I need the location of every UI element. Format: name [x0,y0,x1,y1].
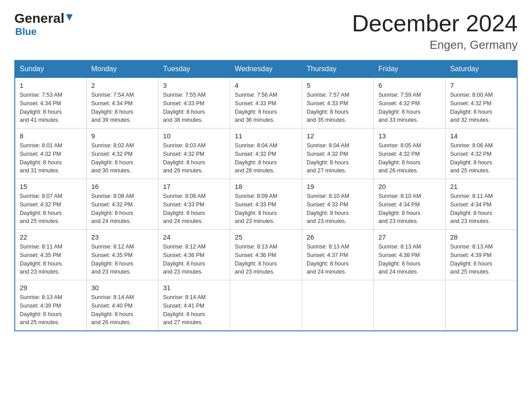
day-info: Sunrise: 8:14 AMSunset: 4:41 PMDaylight:… [163,294,206,325]
calendar-cell: 12 Sunrise: 8:04 AMSunset: 4:32 PMDaylig… [302,128,373,179]
day-number: 22 [20,233,82,241]
day-info: Sunrise: 7:53 AMSunset: 4:34 PMDaylight:… [20,92,62,123]
calendar-week-5: 29 Sunrise: 8:13 AMSunset: 4:39 PMDaylig… [15,280,517,331]
calendar-week-1: 1 Sunrise: 7:53 AMSunset: 4:34 PMDayligh… [15,78,517,128]
calendar-cell: 22 Sunrise: 8:11 AMSunset: 4:35 PMDaylig… [15,230,86,280]
calendar-week-4: 22 Sunrise: 8:11 AMSunset: 4:35 PMDaylig… [15,230,517,280]
day-number: 1 [20,81,82,89]
day-number: 2 [91,81,154,89]
calendar-cell: 6 Sunrise: 7:59 AMSunset: 4:32 PMDayligh… [373,78,445,128]
day-number: 27 [378,233,441,241]
day-number: 14 [450,132,512,140]
day-number: 3 [163,81,225,89]
day-number: 11 [235,132,297,140]
day-number: 20 [378,183,441,190]
day-number: 10 [163,132,225,140]
title-block: December 2024 Engen, Germany [352,11,518,52]
day-info: Sunrise: 8:12 AMSunset: 4:36 PMDaylight:… [163,244,206,275]
day-info: Sunrise: 8:08 AMSunset: 4:33 PMDaylight:… [163,193,206,224]
day-number: 28 [450,233,512,241]
day-number: 18 [235,183,297,190]
day-number: 5 [307,81,369,89]
calendar-cell: 1 Sunrise: 7:53 AMSunset: 4:34 PMDayligh… [15,78,86,128]
page-header: General Blue December 2024 Engen, German… [14,11,518,52]
calendar-cell: 2 Sunrise: 7:54 AMSunset: 4:34 PMDayligh… [86,78,158,128]
calendar-cell: 24 Sunrise: 8:12 AMSunset: 4:36 PMDaylig… [159,230,230,280]
calendar-cell [302,280,373,331]
day-number: 6 [378,81,441,89]
day-info: Sunrise: 8:13 AMSunset: 4:39 PMDaylight:… [450,244,493,275]
calendar-cell: 23 Sunrise: 8:12 AMSunset: 4:35 PMDaylig… [86,230,158,280]
col-header-monday: Monday [86,60,158,78]
day-info: Sunrise: 8:12 AMSunset: 4:35 PMDaylight:… [91,244,134,275]
page-subtitle: Engen, Germany [352,38,518,52]
calendar-cell [373,280,445,331]
calendar-cell: 3 Sunrise: 7:55 AMSunset: 4:33 PMDayligh… [159,78,230,128]
calendar-cell [446,280,517,331]
day-info: Sunrise: 8:07 AMSunset: 4:32 PMDaylight:… [20,193,62,224]
col-header-tuesday: Tuesday [159,60,230,78]
calendar-cell: 18 Sunrise: 8:09 AMSunset: 4:33 PMDaylig… [230,179,302,230]
calendar-cell: 8 Sunrise: 8:01 AMSunset: 4:32 PMDayligh… [15,128,86,179]
col-header-friday: Friday [373,60,445,78]
day-info: Sunrise: 8:06 AMSunset: 4:32 PMDaylight:… [450,142,493,174]
day-number: 31 [163,284,225,291]
calendar-cell: 19 Sunrise: 8:10 AMSunset: 4:33 PMDaylig… [302,179,373,230]
calendar-week-2: 8 Sunrise: 8:01 AMSunset: 4:32 PMDayligh… [15,128,517,179]
calendar-cell: 20 Sunrise: 8:10 AMSunset: 4:34 PMDaylig… [373,179,445,230]
day-number: 25 [235,233,297,241]
day-info: Sunrise: 8:10 AMSunset: 4:34 PMDaylight:… [378,193,421,224]
calendar-cell: 9 Sunrise: 8:02 AMSunset: 4:32 PMDayligh… [86,128,158,179]
day-number: 30 [91,284,154,291]
day-info: Sunrise: 8:00 AMSunset: 4:32 PMDaylight:… [450,92,493,123]
day-number: 12 [307,132,369,140]
day-number: 21 [450,183,512,190]
calendar-cell: 26 Sunrise: 8:13 AMSunset: 4:37 PMDaylig… [302,230,373,280]
day-info: Sunrise: 8:08 AMSunset: 4:32 PMDaylight:… [91,193,134,224]
day-info: Sunrise: 8:13 AMSunset: 4:38 PMDaylight:… [378,244,421,275]
calendar-cell [230,280,302,331]
day-info: Sunrise: 7:59 AMSunset: 4:32 PMDaylight:… [378,92,421,123]
day-number: 24 [163,233,225,241]
logo-general-text: General [14,11,64,26]
day-info: Sunrise: 8:11 AMSunset: 4:35 PMDaylight:… [20,244,62,275]
calendar-cell: 25 Sunrise: 8:13 AMSunset: 4:36 PMDaylig… [230,230,302,280]
svg-marker-0 [66,14,73,21]
calendar-cell: 28 Sunrise: 8:13 AMSunset: 4:39 PMDaylig… [446,230,517,280]
calendar-cell: 7 Sunrise: 8:00 AMSunset: 4:32 PMDayligh… [446,78,517,128]
logo-blue-text: Blue [15,26,37,38]
day-number: 29 [20,284,82,291]
page-title: December 2024 [352,11,518,36]
day-info: Sunrise: 7:54 AMSunset: 4:34 PMDaylight:… [91,92,134,123]
logo: General Blue [14,11,73,38]
day-info: Sunrise: 8:13 AMSunset: 4:39 PMDaylight:… [20,294,62,325]
calendar-header-row: SundayMondayTuesdayWednesdayThursdayFrid… [15,60,517,78]
day-number: 7 [450,81,512,89]
day-info: Sunrise: 8:10 AMSunset: 4:33 PMDaylight:… [307,193,349,224]
day-number: 23 [91,233,154,241]
day-info: Sunrise: 7:57 AMSunset: 4:33 PMDaylight:… [307,92,349,123]
day-info: Sunrise: 7:55 AMSunset: 4:33 PMDaylight:… [163,92,206,123]
calendar-table: SundayMondayTuesdayWednesdayThursdayFrid… [14,60,518,331]
day-number: 19 [307,183,369,190]
day-info: Sunrise: 7:56 AMSunset: 4:33 PMDaylight:… [235,92,277,123]
day-info: Sunrise: 8:03 AMSunset: 4:32 PMDaylight:… [163,142,206,174]
calendar-cell: 5 Sunrise: 7:57 AMSunset: 4:33 PMDayligh… [302,78,373,128]
day-info: Sunrise: 8:11 AMSunset: 4:34 PMDaylight:… [450,193,493,224]
calendar-cell: 13 Sunrise: 8:05 AMSunset: 4:32 PMDaylig… [373,128,445,179]
calendar-cell: 17 Sunrise: 8:08 AMSunset: 4:33 PMDaylig… [159,179,230,230]
calendar-cell: 14 Sunrise: 8:06 AMSunset: 4:32 PMDaylig… [446,128,517,179]
calendar-cell: 15 Sunrise: 8:07 AMSunset: 4:32 PMDaylig… [15,179,86,230]
logo-arrow-icon [65,13,73,21]
calendar-cell: 29 Sunrise: 8:13 AMSunset: 4:39 PMDaylig… [15,280,86,331]
day-info: Sunrise: 8:13 AMSunset: 4:36 PMDaylight:… [235,244,277,275]
col-header-sunday: Sunday [15,60,86,78]
day-info: Sunrise: 8:09 AMSunset: 4:33 PMDaylight:… [235,193,277,224]
day-number: 15 [20,183,82,190]
col-header-thursday: Thursday [302,60,373,78]
calendar-week-3: 15 Sunrise: 8:07 AMSunset: 4:32 PMDaylig… [15,179,517,230]
day-info: Sunrise: 8:13 AMSunset: 4:37 PMDaylight:… [307,244,349,275]
day-info: Sunrise: 8:02 AMSunset: 4:32 PMDaylight:… [91,142,134,174]
calendar-cell: 31 Sunrise: 8:14 AMSunset: 4:41 PMDaylig… [159,280,230,331]
day-number: 4 [235,81,297,89]
